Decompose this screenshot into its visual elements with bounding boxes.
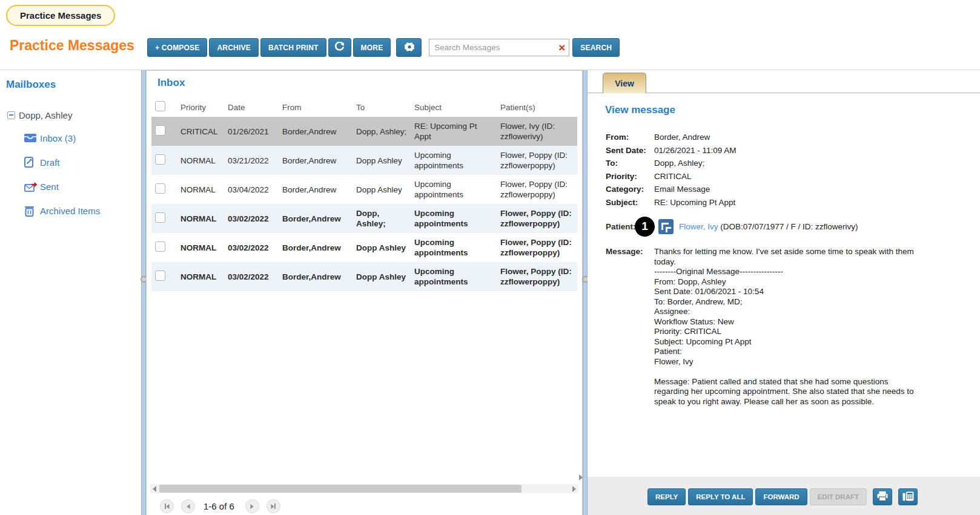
next-page-button[interactable] — [245, 499, 259, 513]
scroll-right-icon[interactable] — [570, 484, 578, 493]
field-value: Email Message — [654, 183, 710, 196]
patient-details: (DOB:07/07/1977 / F / ID: zzflowerivy) — [718, 222, 858, 231]
pagination-label: 1-6 of 6 — [204, 501, 234, 511]
right-panel-splitter[interactable] — [583, 70, 588, 515]
message-row[interactable]: NORMAL 03/02/2022 Border,Andrew Dopp Ash… — [151, 262, 577, 291]
column-header-to[interactable]: To — [353, 97, 411, 117]
reply-to-all-button[interactable]: REPLY TO ALL — [688, 488, 753, 505]
column-header-from[interactable]: From — [279, 97, 353, 117]
tab-view[interactable]: View — [603, 73, 646, 93]
row-checkbox[interactable] — [155, 212, 165, 223]
column-header-date[interactable]: Date — [224, 97, 279, 117]
row-checkbox[interactable] — [155, 125, 165, 136]
cell-patients: Flower, Poppy (ID: zzflowerpoppy) — [497, 175, 577, 204]
fax-button[interactable] — [898, 488, 918, 505]
inbox-icon — [24, 133, 40, 143]
compose-button[interactable]: + COMPOSE — [147, 38, 207, 57]
cell-date: 01/26/2021 — [224, 117, 279, 146]
field-value: 01/26/2021 - 11:09 AM — [654, 144, 737, 157]
cell-subject: Upcoming appointments — [411, 262, 497, 291]
page-title: Practice Messages — [10, 38, 134, 54]
field-label: Category: — [606, 183, 654, 196]
row-checkbox[interactable] — [155, 154, 165, 165]
mailbox-tree: Dopp, Ashley Inbox (3) Draft — [7, 104, 100, 223]
row-checkbox[interactable] — [155, 183, 165, 194]
sidebar-item-label: Inbox (3) — [40, 133, 76, 143]
prev-page-button[interactable] — [181, 499, 195, 513]
row-checkbox[interactable] — [155, 271, 165, 281]
cell-patients: Flower, Poppy (ID: zzflowerpoppy) — [497, 204, 577, 233]
select-all-checkbox[interactable] — [155, 101, 165, 111]
column-header-subject[interactable]: Subject — [411, 97, 497, 117]
field-value: Border, Andrew — [654, 131, 710, 144]
message-row[interactable]: NORMAL 03/04/2022 Border,Andrew Dopp Ash… — [151, 175, 577, 204]
cell-from: Border,Andrew — [279, 204, 353, 233]
clear-search-icon[interactable]: × — [558, 40, 565, 55]
sidebar-item-archived[interactable]: Archived Items — [24, 198, 100, 223]
cell-subject: Upcoming appointments — [411, 233, 497, 262]
cell-date: 03/21/2022 — [224, 146, 279, 175]
print-button[interactable] — [873, 488, 892, 505]
mailbox-user-node[interactable]: Dopp, Ashley — [7, 104, 100, 126]
patient-chart-icon[interactable] — [658, 219, 674, 234]
message-row[interactable]: NORMAL 03/02/2022 Border,Andrew Dopp Ash… — [151, 233, 577, 262]
column-header-priority[interactable]: Priority — [177, 97, 224, 117]
search-input[interactable] — [429, 39, 569, 56]
cell-date: 03/02/2022 — [224, 204, 279, 233]
cell-from: Border,Andrew — [279, 146, 353, 175]
horizontal-scrollbar[interactable] — [150, 484, 578, 493]
view-footer: REPLY REPLY TO ALL FORWARD EDIT DRAFT — [588, 477, 980, 515]
patient-link[interactable]: Flower, Ivy — [679, 222, 718, 231]
inbox-title: Inbox — [157, 77, 185, 89]
reply-button[interactable]: REPLY — [647, 488, 686, 505]
field-category: Category: Email Message — [606, 183, 969, 196]
cell-from: Border,Andrew — [279, 233, 353, 262]
cell-to: Dopp, Ashley; — [353, 117, 411, 146]
last-page-button[interactable] — [267, 499, 280, 513]
cell-subject: RE: Upcoming Pt Appt — [411, 117, 497, 146]
archive-trash-icon — [24, 205, 40, 217]
collapse-panel-icon[interactable] — [579, 474, 583, 481]
printer-icon — [877, 491, 888, 502]
row-checkbox[interactable] — [155, 241, 165, 252]
cell-patients: Flower, Poppy (ID: zzflowerpoppy) — [497, 146, 577, 175]
sidebar-item-inbox[interactable]: Inbox (3) — [24, 126, 100, 150]
search-button[interactable]: SEARCH — [572, 38, 620, 57]
sidebar-item-label: Sent — [40, 182, 59, 192]
message-toolbar: + COMPOSE ARCHIVE BATCH PRINT MORE × SEA… — [147, 38, 621, 57]
field-value: RE: Upcoming Pt Appt — [654, 196, 735, 209]
message-row[interactable]: NORMAL 03/21/2022 Border,Andrew Dopp Ash… — [151, 146, 577, 175]
message-row[interactable]: NORMAL 03/02/2022 Border,Andrew Dopp, As… — [151, 204, 577, 233]
refresh-button[interactable] — [328, 38, 351, 57]
cell-to: Dopp Ashley — [353, 262, 411, 291]
collapse-icon[interactable] — [7, 111, 15, 119]
draft-icon — [24, 157, 40, 168]
settings-button[interactable] — [396, 38, 422, 57]
sidebar-item-draft[interactable]: Draft — [24, 150, 100, 174]
archive-button[interactable]: ARCHIVE — [209, 38, 258, 57]
field-label: Priority: — [606, 170, 654, 183]
cell-date: 03/04/2022 — [224, 175, 279, 204]
more-button[interactable]: MORE — [353, 38, 391, 57]
gear-icon — [404, 42, 414, 54]
scroll-left-icon[interactable] — [150, 484, 159, 493]
column-header-patients[interactable]: Patient(s) — [497, 97, 577, 117]
batch-print-button[interactable]: BATCH PRINT — [260, 38, 326, 57]
cell-from: Border,Andrew — [279, 117, 353, 146]
forward-button[interactable]: FORWARD — [755, 488, 807, 505]
sidebar-item-sent[interactable]: Sent — [24, 174, 100, 198]
refresh-icon — [334, 42, 345, 54]
cell-date: 03/02/2022 — [224, 233, 279, 262]
practice-messages-tab-pill[interactable]: Practice Messages — [6, 5, 115, 26]
sidebar-item-label: Draft — [40, 157, 60, 168]
cell-from: Border,Andrew — [279, 175, 353, 204]
mailboxes-sidebar: Mailboxes Dopp, Ashley Inbox (3) Draf — [0, 70, 141, 515]
cell-priority: NORMAL — [177, 175, 224, 204]
first-page-button[interactable] — [160, 499, 174, 513]
message-fields: From: Border, Andrew Sent Date: 01/26/20… — [606, 131, 969, 407]
scrollbar-thumb[interactable] — [159, 485, 521, 493]
left-panel-splitter[interactable] — [141, 70, 146, 515]
cell-date: 03/02/2022 — [224, 262, 279, 291]
message-row[interactable]: CRITICAL 01/26/2021 Border,Andrew Dopp, … — [151, 117, 577, 146]
edit-draft-button: EDIT DRAFT — [810, 488, 867, 505]
